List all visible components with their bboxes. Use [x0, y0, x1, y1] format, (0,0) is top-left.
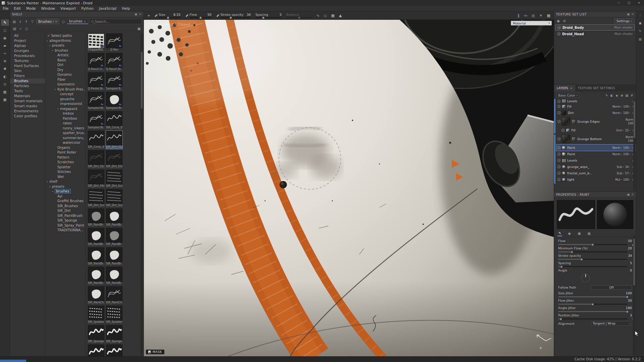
grid-tab-icon[interactable]: ▦ — [587, 231, 592, 236]
brush-item[interactable]: Ps SIR_PaintBr... — [88, 228, 104, 246]
menu-item[interactable]: Mode — [23, 6, 39, 11]
light[interactable]: light Mul ▾ 100 ▾ — [556, 176, 636, 183]
material-tab-icon[interactable]: ◉ — [567, 231, 572, 236]
expand-arrow-icon[interactable]: ▾ — [52, 190, 55, 192]
brush-item[interactable]: Ps SIR_Sponge... — [106, 345, 122, 356]
material-picker-tool[interactable]: ✱ — [1, 66, 9, 72]
shelf-category[interactable]: Smart masks — [10, 104, 45, 109]
grid-view-icon[interactable]: ▦ — [137, 27, 142, 31]
tree-node[interactable]: ▾ Dry — [45, 67, 86, 72]
camera-icon[interactable]: ◎ — [531, 13, 536, 18]
channel-dropdown[interactable]: Base Color ▾ — [556, 93, 580, 98]
tree-node[interactable]: ▾ runny_inkers — [45, 126, 86, 131]
projection-tool[interactable]: ◉ — [1, 35, 9, 41]
brush-item[interactable]: Ps Q Pencil Dr... — [106, 53, 122, 71]
shelf-category[interactable]: Textures — [10, 58, 45, 63]
tree-node[interactable]: ▾ megapack — [45, 106, 86, 111]
eraser-tool[interactable]: ◻ — [1, 27, 9, 34]
opacity-dropdown[interactable]: 100 ▾ — [623, 178, 630, 181]
menu-item[interactable]: Help — [119, 6, 132, 11]
toolbar-slider[interactable]: Balance — [286, 13, 312, 18]
layer-visibility-icon[interactable] — [557, 120, 560, 123]
layer-visibility-icon[interactable] — [557, 153, 560, 156]
blend-mode-dropdown[interactable]: Norm ▾ — [612, 105, 622, 108]
blend-mode-dropdown[interactable]: Norm ▾ — [612, 153, 622, 156]
shelf-dock-icon[interactable]: ▤ — [638, 38, 643, 41]
alignment-dropdown[interactable]: Tangent | Wrap ▾ — [591, 321, 632, 326]
shelf-category[interactable]: Tools — [10, 88, 45, 94]
Paint[interactable]: Paint Norm ▾ 100 ▾ — [556, 144, 636, 151]
layer-visibility-icon[interactable] — [561, 129, 565, 132]
shelf-category[interactable]: Skin — [10, 68, 45, 73]
tree-node[interactable]: ▾ Basic — [45, 58, 86, 63]
shelf-category[interactable]: Environments — [10, 109, 45, 114]
tree-node[interactable]: ▾ summer-bru... — [45, 135, 86, 140]
brush-item[interactable]: Ps SIR_Dirt_01a — [106, 131, 122, 149]
fractal_sum_b...[interactable]: fractal_sum_b... Sub ▾ 57 ▾ — [556, 170, 636, 176]
tree-node[interactable]: ▾ Kyle Brush Pres... — [45, 87, 86, 92]
pause-engine-icon[interactable]: ‖ — [517, 13, 520, 18]
slider-knob[interactable] — [167, 16, 169, 19]
shelf-category[interactable]: Grunges — [10, 48, 45, 53]
tree-node[interactable]: ▾ Artistic — [45, 53, 86, 58]
polygon-fill-tool[interactable]: ▰ — [1, 43, 9, 49]
brush-item[interactable]: Ps ChippedPai... — [88, 34, 104, 52]
opacity-dropdown[interactable]: 100 ▾ — [623, 111, 630, 115]
minimize-button[interactable]: — — [614, 0, 624, 6]
perspective-icon[interactable]: ▲ — [338, 13, 342, 18]
slider-track[interactable] — [255, 17, 281, 18]
maximize-button[interactable]: □ — [624, 0, 634, 6]
tree-node[interactable]: ▾ rakes — [45, 121, 86, 126]
close-button[interactable]: × — [634, 0, 644, 6]
opacity-dropdown[interactable]: 34 ▾ — [625, 165, 630, 169]
Droid_Head[interactable]: Droid_Head Main shader — [555, 31, 635, 37]
property-slider[interactable]: Minimum Flow (%) 20 — [554, 245, 636, 252]
Dirt[interactable]: Dirt Norm ▾ 100 ▾ — [556, 110, 636, 116]
slider-track[interactable] — [159, 17, 180, 18]
brush-item[interactable]: Ps SIR_Splatter... — [88, 306, 104, 324]
slider-track[interactable] — [220, 17, 251, 18]
tree-node[interactable]: ▾ Graffiti Brushes — [45, 199, 86, 204]
layer-visibility-icon[interactable] — [557, 172, 560, 175]
tree-node[interactable]: ▾ brushes — [45, 48, 86, 53]
close-panel-icon[interactable]: × — [139, 13, 142, 16]
brush-item[interactable]: Ps SIR_PaintCh... — [106, 286, 122, 304]
property-slider[interactable]: Flow 50 — [554, 238, 636, 245]
slider-track[interactable] — [190, 17, 211, 18]
tree-node[interactable]: ▾ Dynamic — [45, 72, 86, 77]
toolbar-slider[interactable]: Size 8.55 — [154, 13, 180, 18]
shelf-category[interactable]: Particles — [10, 83, 45, 88]
slider-knob[interactable] — [298, 16, 301, 19]
brush-item[interactable]: Ps SIR_Dirt_Sca... — [106, 189, 122, 207]
tree-node[interactable]: ▾ brushes — [45, 189, 86, 194]
export-list-icon[interactable]: ▤ — [12, 27, 17, 31]
brush-item[interactable]: Ps Q Pencil Cl... — [88, 53, 104, 71]
shelf-category[interactable]: Hard Surfaces — [10, 63, 45, 68]
expand-arrow-icon[interactable]: ▾ — [55, 88, 57, 90]
tree-node[interactable]: ▾ allegorithmic — [45, 38, 86, 43]
tree-node[interactable]: ▾ SIR_Dirt — [45, 208, 86, 214]
blend-mode-dropdown[interactable]: Mul ▾ — [615, 178, 622, 181]
opacity-dropdown[interactable]: 100 ▾ — [623, 146, 630, 149]
add-effect-icon[interactable]: ✎ — [605, 94, 609, 97]
expand-arrow-icon[interactable]: ▾ — [47, 180, 49, 183]
mask-indicator[interactable]: MASK — [146, 350, 164, 354]
menu-item[interactable]: Window — [39, 6, 58, 11]
brush-tab-icon[interactable]: ✎ — [557, 231, 562, 236]
brush-item[interactable]: Ps Sampled B... — [106, 72, 122, 90]
menu-item[interactable]: Edit — [11, 6, 23, 11]
layer-visibility-icon[interactable] — [557, 165, 560, 168]
undock-icon[interactable]: ▣ — [627, 13, 630, 16]
paint-tool[interactable]: ✎ — [1, 19, 9, 26]
resource-type-dropdown[interactable]: Brushes ▾ × — [36, 19, 59, 24]
close-panel-icon[interactable]: × — [632, 13, 634, 16]
slider-knob[interactable] — [262, 16, 265, 19]
brush-item[interactable]: Ps SIR_Dirt_03a — [106, 150, 122, 168]
pressure-pen-icon[interactable] — [154, 14, 157, 17]
brush-item[interactable]: Ps SIR_PaintBr... — [106, 247, 122, 265]
plugins-tool[interactable]: ▣ — [1, 97, 9, 103]
angle-control[interactable]: Angle 0 — [554, 267, 636, 283]
brush-item[interactable]: Ps Sampled Br... — [88, 111, 104, 129]
property-slider[interactable]: Stroke opacity 34 — [554, 252, 636, 260]
layer-visibility-icon[interactable] — [557, 105, 560, 108]
